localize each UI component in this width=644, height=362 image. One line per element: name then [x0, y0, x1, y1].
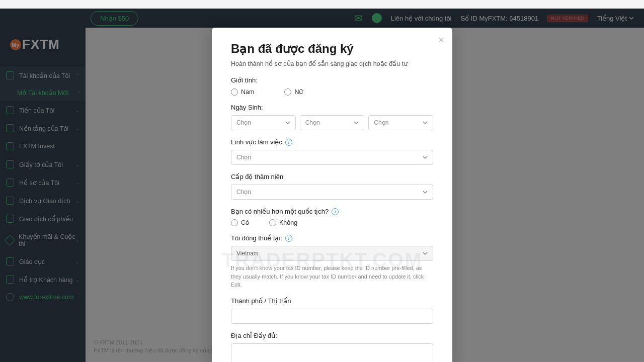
gender-male-radio[interactable]: Nam — [231, 88, 254, 96]
radio-label: Nam — [241, 88, 254, 96]
gender-female-radio[interactable]: Nữ — [284, 88, 303, 96]
tax-country-select[interactable]: Vietnam — [231, 246, 433, 261]
radio-icon — [231, 219, 238, 226]
info-icon[interactable]: i — [285, 235, 292, 242]
radio-label: Nữ — [294, 88, 303, 96]
nationality-yes-radio[interactable]: Có — [231, 219, 249, 226]
city-input[interactable] — [231, 309, 433, 324]
dob-label: Ngày Sinh: — [231, 104, 433, 111]
gender-label: Giới tính: — [231, 76, 433, 84]
tax-help-text: If you don't know your tax ID number, pl… — [231, 264, 433, 289]
info-icon[interactable]: i — [332, 208, 339, 215]
dob-year-select[interactable]: Chọn — [368, 115, 433, 130]
seniority-label: Cấp độ thâm niên — [231, 173, 433, 180]
city-label: Thành phố / Thị trấn — [231, 297, 433, 305]
seniority-select[interactable]: Chọn — [231, 185, 433, 200]
address-input[interactable] — [231, 343, 433, 363]
work-field-label: Lĩnh vực làm việci — [231, 138, 433, 146]
radio-label: Có — [241, 219, 249, 226]
radio-icon — [284, 88, 291, 96]
radio-icon — [269, 219, 276, 226]
address-label: Địa chỉ Đầy đủ: — [231, 332, 433, 339]
modal-subtitle: Hoàn thành hồ sơ của bạn để sẵn sàng gia… — [231, 60, 433, 67]
modal-title: Bạn đã được đăng ký — [231, 42, 433, 56]
registration-modal: × Bạn đã được đăng ký Hoàn thành hồ sơ c… — [212, 28, 452, 362]
radio-icon — [231, 88, 238, 96]
tax-label: Tôi đóng thuế tại:i — [231, 234, 433, 242]
multi-nationality-label: Bạn có nhiều hơn một quốc tịch?i — [231, 208, 433, 215]
work-field-select[interactable]: Chọn — [231, 150, 433, 165]
radio-label: Không — [279, 219, 297, 226]
info-icon[interactable]: i — [285, 139, 292, 146]
dob-day-select[interactable]: Chọn — [231, 115, 296, 130]
close-icon[interactable]: × — [438, 35, 444, 45]
nationality-no-radio[interactable]: Không — [269, 219, 297, 226]
dob-month-select[interactable]: Chọn — [300, 115, 365, 130]
